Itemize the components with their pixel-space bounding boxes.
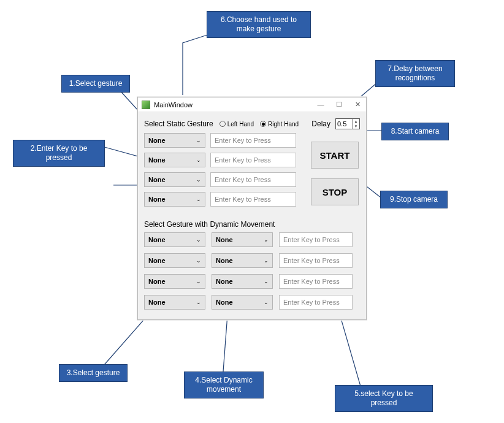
chevron-down-icon: ⌄ xyxy=(264,237,269,243)
static-combo-3[interactable]: None⌄ xyxy=(144,172,205,187)
callout-6: 6.Choose hand used to make gesture xyxy=(207,11,311,38)
chevron-down-icon: ⌄ xyxy=(196,237,201,243)
close-button[interactable]: ✕ xyxy=(353,101,362,109)
combo-text: None xyxy=(216,257,233,264)
dyn-combo2-4[interactable]: None⌄ xyxy=(212,295,273,310)
callout-9: 9.Stop camera xyxy=(380,191,448,208)
dyn-combo1-4[interactable]: None⌄ xyxy=(144,295,205,310)
static-key-1[interactable]: Enter Key to Press xyxy=(210,133,296,148)
dynamic-heading: Select Gesture with Dynamic Movement xyxy=(144,220,360,229)
chevron-down-icon: ⌄ xyxy=(196,157,201,163)
combo-text: None xyxy=(148,257,166,264)
callout-1: 1.Select gesture xyxy=(61,75,130,93)
callout-7: 7.Delay between recognitions xyxy=(375,60,455,87)
static-key-4[interactable]: Enter Key to Press xyxy=(210,192,296,207)
static-combo-4[interactable]: None⌄ xyxy=(144,192,205,207)
static-header-row: Select Static Gesture Left Hand Right Ha… xyxy=(144,118,360,129)
combo-text: None xyxy=(216,299,233,306)
combo-text: None xyxy=(148,236,166,243)
dyn-combo1-3[interactable]: None⌄ xyxy=(144,274,205,289)
combo-text: None xyxy=(148,137,166,144)
dyn-key-3[interactable]: Enter Key to Press xyxy=(279,274,353,289)
delay-label: Delay xyxy=(311,120,332,128)
static-heading: Select Static Gesture xyxy=(144,120,213,128)
left-hand-label: Left Hand xyxy=(227,121,254,128)
spinner-arrows-icon[interactable]: ▲▼ xyxy=(352,119,359,129)
maximize-button[interactable]: ☐ xyxy=(334,101,344,109)
delay-value[interactable] xyxy=(336,120,352,128)
static-combo-2[interactable]: None⌄ xyxy=(144,153,205,167)
combo-text: None xyxy=(216,236,233,243)
dyn-combo2-1[interactable]: None⌄ xyxy=(212,232,273,247)
static-key-3[interactable]: Enter Key to Press xyxy=(210,172,296,187)
combo-text: None xyxy=(148,196,166,203)
combo-text: None xyxy=(148,278,166,285)
window-content: Select Static Gesture Left Hand Right Ha… xyxy=(138,112,366,319)
dyn-combo2-3[interactable]: None⌄ xyxy=(212,274,273,289)
combo-text: None xyxy=(216,278,233,285)
combo-text: None xyxy=(148,176,166,183)
static-combo-1[interactable]: None⌄ xyxy=(144,133,205,148)
minimize-button[interactable]: ― xyxy=(316,101,326,109)
callout-4: 4.Select Dynamic movement xyxy=(184,372,264,398)
chevron-down-icon: ⌄ xyxy=(264,299,269,305)
app-icon xyxy=(142,101,150,109)
chevron-down-icon: ⌄ xyxy=(196,137,201,143)
chevron-down-icon: ⌄ xyxy=(196,257,201,264)
titlebar: MainWindow ― ☐ ✕ xyxy=(138,97,366,112)
right-hand-label: Right Hand xyxy=(268,121,299,128)
dynamic-grid: None⌄ None⌄ Enter Key to Press None⌄ Non… xyxy=(144,232,360,310)
chevron-down-icon: ⌄ xyxy=(264,257,269,264)
callout-2: 2.Enter Key to be pressed xyxy=(13,140,105,167)
callout-3: 3.Select gesture xyxy=(59,364,128,382)
chevron-down-icon: ⌄ xyxy=(196,177,201,183)
chevron-down-icon: ⌄ xyxy=(196,278,201,284)
dyn-key-1[interactable]: Enter Key to Press xyxy=(279,232,353,247)
start-button[interactable]: START xyxy=(311,142,359,169)
callout-8: 8.Start camera xyxy=(381,123,449,140)
dyn-key-2[interactable]: Enter Key to Press xyxy=(279,253,353,268)
callout-5: 5.select Key to be pressed xyxy=(335,385,433,412)
static-key-2[interactable]: Enter Key to Press xyxy=(210,153,296,167)
delay-spinner[interactable]: ▲▼ xyxy=(335,118,360,129)
dyn-combo1-1[interactable]: None⌄ xyxy=(144,232,205,247)
dyn-key-4[interactable]: Enter Key to Press xyxy=(279,295,353,310)
chevron-down-icon: ⌄ xyxy=(196,299,201,305)
combo-text: None xyxy=(148,299,166,306)
stop-button[interactable]: STOP xyxy=(311,178,359,205)
dyn-combo2-2[interactable]: None⌄ xyxy=(212,253,273,268)
right-button-column: START STOP xyxy=(311,142,359,205)
left-hand-radio[interactable]: Left Hand xyxy=(220,121,254,128)
window-title: MainWindow xyxy=(154,101,193,109)
chevron-down-icon: ⌄ xyxy=(264,278,269,284)
dyn-combo1-2[interactable]: None⌄ xyxy=(144,253,205,268)
main-window: MainWindow ― ☐ ✕ Select Static Gesture L… xyxy=(137,97,367,320)
combo-text: None xyxy=(148,156,166,164)
right-hand-radio[interactable]: Right Hand xyxy=(260,121,299,128)
chevron-down-icon: ⌄ xyxy=(196,196,201,202)
